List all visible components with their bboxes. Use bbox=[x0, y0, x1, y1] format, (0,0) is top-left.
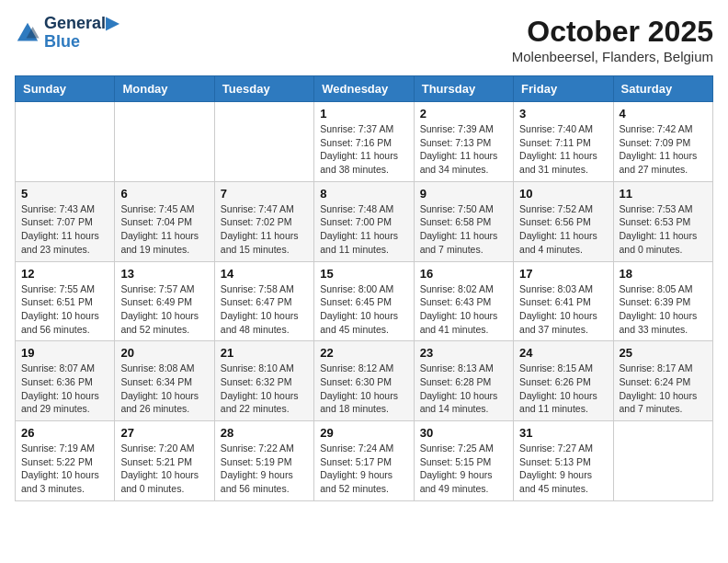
title-block: October 2025 Molenbeersel, Flanders, Bel… bbox=[512, 15, 713, 64]
calendar-cell: 19Sunrise: 8:07 AM Sunset: 6:36 PM Dayli… bbox=[16, 341, 115, 421]
day-number: 19 bbox=[21, 346, 108, 360]
calendar-cell: 28Sunrise: 7:22 AM Sunset: 5:19 PM Dayli… bbox=[214, 421, 313, 501]
day-info: Sunrise: 7:42 AM Sunset: 7:09 PM Dayligh… bbox=[620, 122, 707, 177]
calendar-cell: 22Sunrise: 8:12 AM Sunset: 6:30 PM Dayli… bbox=[314, 341, 414, 421]
day-info: Sunrise: 7:19 AM Sunset: 5:22 PM Dayligh… bbox=[21, 442, 108, 496]
logo-icon bbox=[15, 20, 40, 46]
calendar-cell bbox=[16, 102, 115, 182]
calendar-cell: 8Sunrise: 7:48 AM Sunset: 7:00 PM Daylig… bbox=[314, 181, 414, 261]
day-number: 21 bbox=[221, 346, 308, 360]
calendar-cell: 30Sunrise: 7:25 AM Sunset: 5:15 PM Dayli… bbox=[414, 421, 513, 501]
calendar-cell: 6Sunrise: 7:45 AM Sunset: 7:04 PM Daylig… bbox=[115, 181, 214, 261]
day-info: Sunrise: 8:05 AM Sunset: 6:39 PM Dayligh… bbox=[620, 282, 707, 337]
logo: General▶ Blue bbox=[15, 15, 119, 52]
calendar-cell: 2Sunrise: 7:39 AM Sunset: 7:13 PM Daylig… bbox=[414, 102, 513, 182]
day-info: Sunrise: 8:17 AM Sunset: 6:24 PM Dayligh… bbox=[620, 362, 707, 416]
calendar-cell bbox=[613, 421, 712, 501]
page-header: General▶ Blue October 2025 Molenbeersel,… bbox=[15, 15, 713, 64]
day-number: 7 bbox=[221, 187, 308, 201]
day-info: Sunrise: 7:22 AM Sunset: 5:19 PM Dayligh… bbox=[221, 442, 308, 496]
calendar-cell: 21Sunrise: 8:10 AM Sunset: 6:32 PM Dayli… bbox=[214, 341, 313, 421]
weekday-header-saturday: Saturday bbox=[613, 76, 712, 102]
weekday-header-friday: Friday bbox=[514, 76, 613, 102]
day-info: Sunrise: 7:53 AM Sunset: 6:53 PM Dayligh… bbox=[620, 202, 707, 257]
day-number: 29 bbox=[320, 426, 407, 440]
calendar-cell: 13Sunrise: 7:57 AM Sunset: 6:49 PM Dayli… bbox=[115, 261, 214, 341]
weekday-header-tuesday: Tuesday bbox=[214, 76, 313, 102]
calendar-cell: 31Sunrise: 7:27 AM Sunset: 5:13 PM Dayli… bbox=[514, 421, 613, 501]
day-info: Sunrise: 8:15 AM Sunset: 6:26 PM Dayligh… bbox=[519, 362, 607, 416]
calendar-cell: 10Sunrise: 7:52 AM Sunset: 6:56 PM Dayli… bbox=[514, 181, 613, 261]
week-row-3: 12Sunrise: 7:55 AM Sunset: 6:51 PM Dayli… bbox=[16, 261, 713, 341]
calendar-cell: 27Sunrise: 7:20 AM Sunset: 5:21 PM Dayli… bbox=[115, 421, 214, 501]
day-number: 20 bbox=[120, 346, 208, 360]
calendar-cell: 12Sunrise: 7:55 AM Sunset: 6:51 PM Dayli… bbox=[16, 261, 115, 341]
day-number: 12 bbox=[21, 267, 108, 281]
day-info: Sunrise: 7:20 AM Sunset: 5:21 PM Dayligh… bbox=[120, 442, 208, 496]
calendar-cell bbox=[214, 102, 313, 182]
calendar-cell: 18Sunrise: 8:05 AM Sunset: 6:39 PM Dayli… bbox=[613, 261, 712, 341]
calendar-cell: 23Sunrise: 8:13 AM Sunset: 6:28 PM Dayli… bbox=[414, 341, 513, 421]
day-info: Sunrise: 7:24 AM Sunset: 5:17 PM Dayligh… bbox=[320, 442, 407, 496]
day-number: 31 bbox=[519, 426, 607, 440]
day-number: 11 bbox=[620, 187, 707, 201]
day-info: Sunrise: 7:47 AM Sunset: 7:02 PM Dayligh… bbox=[221, 202, 308, 257]
calendar-table: SundayMondayTuesdayWednesdayThursdayFrid… bbox=[15, 75, 713, 501]
day-info: Sunrise: 7:25 AM Sunset: 5:15 PM Dayligh… bbox=[420, 442, 507, 496]
day-number: 5 bbox=[21, 187, 108, 201]
day-number: 27 bbox=[120, 426, 208, 440]
location: Molenbeersel, Flanders, Belgium bbox=[512, 49, 713, 64]
month-title: October 2025 bbox=[512, 15, 713, 49]
calendar-cell: 15Sunrise: 8:00 AM Sunset: 6:45 PM Dayli… bbox=[314, 261, 414, 341]
day-info: Sunrise: 7:48 AM Sunset: 7:00 PM Dayligh… bbox=[320, 202, 407, 257]
calendar-cell: 16Sunrise: 8:02 AM Sunset: 6:43 PM Dayli… bbox=[414, 261, 513, 341]
day-number: 30 bbox=[420, 426, 507, 440]
day-info: Sunrise: 7:43 AM Sunset: 7:07 PM Dayligh… bbox=[21, 202, 108, 257]
calendar-cell: 3Sunrise: 7:40 AM Sunset: 7:11 PM Daylig… bbox=[514, 102, 613, 182]
day-number: 14 bbox=[221, 267, 308, 281]
day-number: 9 bbox=[420, 187, 507, 201]
calendar-cell: 5Sunrise: 7:43 AM Sunset: 7:07 PM Daylig… bbox=[16, 181, 115, 261]
weekday-header-row: SundayMondayTuesdayWednesdayThursdayFrid… bbox=[16, 76, 713, 102]
day-number: 22 bbox=[320, 346, 407, 360]
day-info: Sunrise: 7:39 AM Sunset: 7:13 PM Dayligh… bbox=[420, 122, 507, 177]
day-info: Sunrise: 7:52 AM Sunset: 6:56 PM Dayligh… bbox=[519, 202, 607, 257]
day-info: Sunrise: 7:50 AM Sunset: 6:58 PM Dayligh… bbox=[420, 202, 507, 257]
calendar-cell: 24Sunrise: 8:15 AM Sunset: 6:26 PM Dayli… bbox=[514, 341, 613, 421]
day-number: 16 bbox=[420, 267, 507, 281]
week-row-1: 1Sunrise: 7:37 AM Sunset: 7:16 PM Daylig… bbox=[16, 102, 713, 182]
weekday-header-thursday: Thursday bbox=[414, 76, 513, 102]
week-row-2: 5Sunrise: 7:43 AM Sunset: 7:07 PM Daylig… bbox=[16, 181, 713, 261]
calendar-cell: 25Sunrise: 8:17 AM Sunset: 6:24 PM Dayli… bbox=[613, 341, 712, 421]
day-number: 24 bbox=[519, 346, 607, 360]
calendar-cell: 4Sunrise: 7:42 AM Sunset: 7:09 PM Daylig… bbox=[613, 102, 712, 182]
calendar-cell bbox=[115, 102, 214, 182]
day-number: 8 bbox=[320, 187, 407, 201]
day-number: 17 bbox=[519, 267, 607, 281]
day-number: 18 bbox=[620, 267, 707, 281]
day-info: Sunrise: 7:57 AM Sunset: 6:49 PM Dayligh… bbox=[120, 282, 208, 337]
calendar-cell: 1Sunrise: 7:37 AM Sunset: 7:16 PM Daylig… bbox=[314, 102, 414, 182]
weekday-header-sunday: Sunday bbox=[16, 76, 115, 102]
day-number: 28 bbox=[221, 426, 308, 440]
day-number: 25 bbox=[620, 346, 707, 360]
day-number: 3 bbox=[519, 107, 607, 121]
weekday-header-wednesday: Wednesday bbox=[314, 76, 414, 102]
day-info: Sunrise: 8:00 AM Sunset: 6:45 PM Dayligh… bbox=[320, 282, 407, 337]
calendar-cell: 7Sunrise: 7:47 AM Sunset: 7:02 PM Daylig… bbox=[214, 181, 313, 261]
week-row-4: 19Sunrise: 8:07 AM Sunset: 6:36 PM Dayli… bbox=[16, 341, 713, 421]
day-info: Sunrise: 7:37 AM Sunset: 7:16 PM Dayligh… bbox=[320, 122, 407, 177]
day-info: Sunrise: 8:12 AM Sunset: 6:30 PM Dayligh… bbox=[320, 362, 407, 416]
day-number: 26 bbox=[21, 426, 108, 440]
calendar-cell: 29Sunrise: 7:24 AM Sunset: 5:17 PM Dayli… bbox=[314, 421, 414, 501]
calendar-cell: 26Sunrise: 7:19 AM Sunset: 5:22 PM Dayli… bbox=[16, 421, 115, 501]
week-row-5: 26Sunrise: 7:19 AM Sunset: 5:22 PM Dayli… bbox=[16, 421, 713, 501]
calendar-cell: 11Sunrise: 7:53 AM Sunset: 6:53 PM Dayli… bbox=[613, 181, 712, 261]
day-info: Sunrise: 7:27 AM Sunset: 5:13 PM Dayligh… bbox=[519, 442, 607, 496]
day-info: Sunrise: 7:55 AM Sunset: 6:51 PM Dayligh… bbox=[21, 282, 108, 337]
day-number: 10 bbox=[519, 187, 607, 201]
day-number: 15 bbox=[320, 267, 407, 281]
day-number: 13 bbox=[120, 267, 208, 281]
day-info: Sunrise: 8:08 AM Sunset: 6:34 PM Dayligh… bbox=[120, 362, 208, 416]
day-info: Sunrise: 7:58 AM Sunset: 6:47 PM Dayligh… bbox=[221, 282, 308, 337]
